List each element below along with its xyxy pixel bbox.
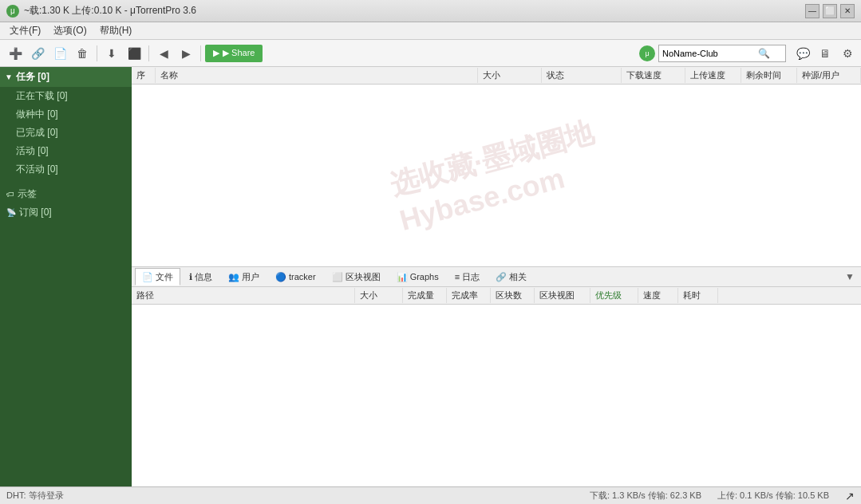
files-col-blocks: 区块数 [491,288,535,303]
menu-file[interactable]: 文件(F) [3,22,47,39]
status-upload: 上传: 0.1 KB/s 传输: 10.5 KB [717,490,829,502]
tracker-tab-label: tracker [289,272,316,282]
settings-button[interactable]: ⚙ [839,45,856,62]
stop-button[interactable]: ⬛ [124,43,144,64]
create-torrent-button[interactable]: 📄 [49,43,70,64]
sidebar: ▼ 任务 [0] 正在下载 [0] 做种中 [0] 已完成 [0] 活动 [0]… [0,67,132,486]
related-tab-label: 相关 [509,271,527,283]
col-seeds: 种源/用户 [797,68,861,83]
watermark-text: 选收藏·墨域圈地Hybase.com [386,113,607,238]
files-col-time2: 耗时 [678,288,718,303]
sidebar-item-completed[interactable]: 已完成 [0] [0,124,132,142]
active-label: 活动 [0] [16,144,49,158]
peers-tab-icon: 👥 [228,272,239,282]
torrent-list-body: 选收藏·墨域圈地Hybase.com [132,85,861,266]
sidebar-item-labels[interactable]: 🏷 示签 [0,185,132,203]
app-icon: μ [6,5,19,18]
status-bar: DHT: 等待登录 下载: 1.3 KB/s 传输: 62.3 KB 上传: 0… [0,486,861,504]
log-tab-icon: ≡ [455,272,460,282]
sidebar-item-seeding[interactable]: 做种中 [0] [0,105,132,124]
feeds-label: 订阅 [0] [19,206,52,219]
tasks-icon: ▼ [5,73,13,81]
main-content: ▼ 任务 [0] 正在下载 [0] 做种中 [0] 已完成 [0] 活动 [0]… [0,67,861,486]
seeding-label: 做种中 [0] [16,108,58,121]
chat-button[interactable]: 💬 [794,45,812,62]
files-col-speed: 速度 [638,288,678,303]
blockview-tab-icon: ⬜ [332,272,343,282]
graphs-tab-icon: 📊 [397,272,408,282]
share-button[interactable]: ▶ ▶ Share [205,45,263,62]
main-window: μ ~载:1.30 K 上传:0.10 K - μTorrentPro 3.6 … [0,0,861,504]
toolbar-separator-1 [97,45,97,61]
toolbar-right: 💬 🖥 ⚙ [794,45,856,62]
delete-button[interactable]: 🗑 [72,43,93,64]
files-panel: 路径 大小 完成量 完成率 区块数 区块视图 优先级 速度 耗时 [132,287,861,486]
share-icon: ▶ [213,48,219,58]
peers-tab-label: 用户 [242,271,259,283]
files-col-size: 大小 [355,288,403,303]
tasks-label: 任务 [0] [16,70,49,84]
tab-blockview[interactable]: ⬜ 区块视图 [325,268,388,285]
sidebar-item-inactive[interactable]: 不活动 [0] [0,160,132,179]
prev-button[interactable]: ◀ [153,43,174,64]
monitor-button[interactable]: 🖥 [816,45,834,62]
tab-info[interactable]: ℹ 信息 [182,268,219,285]
restore-button[interactable]: ⬜ [823,4,837,18]
tracker-tab-icon: 🔵 [275,272,286,282]
menu-bar: 文件(F) 选项(O) 帮助(H) [0,22,861,40]
cursor-icon: ↗ [845,490,855,502]
add-magnet-button[interactable]: 🔗 [27,43,48,64]
files-col-done: 完成量 [403,288,447,303]
col-ul-speed: 上传速度 [685,68,741,83]
log-tab-label: 日志 [462,271,480,283]
toolbar-separator-2 [148,45,149,61]
col-dl-speed: 下载速度 [622,68,685,83]
close-button[interactable]: ✕ [840,4,855,18]
minimize-button[interactable]: — [805,4,820,18]
bottom-tabs: 📄 文件 ℹ 信息 👥 用户 🔵 tracker ⬜ 区块视图 [132,266,861,287]
files-tab-icon: 📄 [142,272,153,282]
files-col-path: 路径 [132,288,355,303]
next-button[interactable]: ▶ [176,43,196,64]
toolbar: ➕ 🔗 📄 🗑 ⬇ ⬛ ◀ ▶ ▶ ▶ Share μ 🔍 💬 🖥 ⚙ [0,40,861,67]
toolbar-separator-3 [200,45,201,61]
sidebar-main-tasks[interactable]: ▼ 任务 [0] [0,67,132,87]
inactive-label: 不活动 [0] [16,163,58,176]
main-panel: 序 名称 大小 状态 下载速度 上传速度 剩余时间 种源/用户 选收藏·墨域圈地… [132,67,861,486]
share-label: ▶ Share [223,48,255,58]
menu-help[interactable]: 帮助(H) [93,22,139,39]
sidebar-item-feeds[interactable]: 📡 订阅 [0] [0,203,132,222]
tab-expand-button[interactable]: ▼ [842,269,858,285]
torrent-list: 序 名称 大小 状态 下载速度 上传速度 剩余时间 种源/用户 选收藏·墨域圈地… [132,67,861,266]
window-title: ~载:1.30 K 上传:0.10 K - μTorrentPro 3.6 [24,4,805,18]
search-input[interactable] [662,49,758,58]
tab-related[interactable]: 🔗 相关 [488,268,534,285]
related-tab-icon: 🔗 [496,272,507,282]
col-seq: 序 [132,68,156,83]
menu-options[interactable]: 选项(O) [47,22,93,39]
add-torrent-button[interactable]: ➕ [5,43,26,64]
completed-label: 已完成 [0] [16,126,58,140]
search-box: 🔍 [658,45,786,62]
tab-tracker[interactable]: 🔵 tracker [268,268,323,285]
col-name: 名称 [156,68,478,83]
tab-graphs[interactable]: 📊 Graphs [389,268,446,285]
files-list-body [132,305,861,486]
status-dht: DHT: 等待登录 [6,490,64,502]
sidebar-item-active[interactable]: 活动 [0] [0,142,132,160]
graphs-tab-label: Graphs [410,272,439,282]
tab-peers[interactable]: 👥 用户 [221,268,267,285]
download-button[interactable]: ⬇ [101,43,122,64]
sidebar-item-downloading[interactable]: 正在下载 [0] [0,87,132,105]
sidebar-spacer [0,179,132,185]
files-tab-label: 文件 [156,271,173,283]
info-tab-label: 信息 [195,271,212,283]
search-button[interactable]: 🔍 [758,48,770,59]
feeds-icon: 📡 [6,208,16,217]
files-col-pct: 完成率 [447,288,491,303]
tab-log[interactable]: ≡ 日志 [448,268,487,285]
tab-files[interactable]: 📄 文件 [135,268,180,285]
window-controls: — ⬜ ✕ [805,4,855,18]
status-download: 下载: 1.3 KB/s 传输: 62.3 KB [590,490,701,502]
brand-icon: μ [639,45,655,61]
